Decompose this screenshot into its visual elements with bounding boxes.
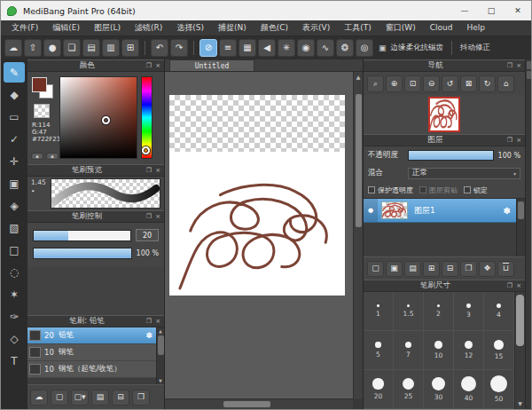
snap-radial-button[interactable]: ✳ xyxy=(278,39,295,57)
magic-wand-tool[interactable]: ✶ xyxy=(4,284,25,304)
layer-opacity-slider[interactable] xyxy=(408,150,494,161)
checkbox[interactable] xyxy=(368,186,375,193)
hue-slider[interactable] xyxy=(141,76,153,159)
scroll-up-icon[interactable]: ▲ xyxy=(356,72,361,82)
canvas-document[interactable] xyxy=(169,95,345,296)
navigator-preview-area[interactable] xyxy=(364,95,525,134)
undo-button[interactable]: ↶ xyxy=(151,39,168,57)
menu-item[interactable]: 工具(T) xyxy=(337,20,379,35)
brush-pencil[interactable]: 20 铅笔 ✽ xyxy=(27,327,156,344)
add-layer-button[interactable]: ▢ xyxy=(367,261,384,277)
foreground-color-swatch[interactable] xyxy=(32,77,47,92)
close-icon[interactable]: × xyxy=(155,318,160,325)
add-halftone-layer-button[interactable]: ▣ xyxy=(386,261,403,277)
menu-item[interactable]: Help xyxy=(459,20,492,35)
brush-size-cell[interactable]: 30 xyxy=(424,370,454,409)
cloud-button[interactable]: ☁ xyxy=(4,39,22,57)
popout-icon[interactable]: ❐ xyxy=(146,62,152,69)
canvas-viewport[interactable]: ▲ xyxy=(165,72,363,409)
navigator-thumbnail[interactable] xyxy=(428,97,460,132)
brush-size-cell[interactable]: 20 xyxy=(364,370,394,409)
minimize-button[interactable]: — xyxy=(451,1,478,20)
popout-icon[interactable]: ❐ xyxy=(507,62,512,69)
duplicate-layer-button[interactable]: ❐ xyxy=(460,261,477,277)
canvas-vertical-scrollbar[interactable]: ▲ xyxy=(353,72,363,398)
zoom-reset-button[interactable]: ⌕ xyxy=(367,75,384,92)
close-icon[interactable]: × xyxy=(155,213,160,220)
menu-item[interactable]: 滤镜(R) xyxy=(128,20,169,35)
select-tool[interactable]: ▣ xyxy=(4,173,25,193)
brush-add-button[interactable]: ▢ xyxy=(51,390,68,406)
snap-grid-button[interactable]: ▦ xyxy=(239,39,256,57)
brush-size-cell[interactable]: 1 xyxy=(364,292,394,331)
close-button[interactable]: ✕ xyxy=(505,1,531,20)
transfer-layer-button[interactable]: ❖ xyxy=(479,261,496,277)
chat-button[interactable]: ❏ xyxy=(63,39,81,57)
swatch-tab-button[interactable]: ▪ xyxy=(46,153,59,160)
brush-list-scrollbar[interactable]: ▲ ▼ xyxy=(156,327,164,384)
layer-1[interactable]: ● 图层1 ✽ xyxy=(364,199,516,223)
close-icon[interactable]: × xyxy=(155,167,160,174)
brush-size-cell[interactable]: 2 xyxy=(424,292,454,331)
brush-duplicate-button[interactable]: ❐ xyxy=(132,390,150,406)
brush-size-cell[interactable]: 12 xyxy=(454,331,484,370)
publish-button[interactable]: ⇧ xyxy=(24,39,42,57)
gear-icon[interactable]: ✽ xyxy=(504,206,511,216)
brush-tool[interactable]: ✎ xyxy=(4,62,25,83)
popout-icon[interactable]: ❐ xyxy=(146,167,152,174)
brush-opacity-slider[interactable] xyxy=(33,248,132,259)
zoom-out-button[interactable]: ⊖ xyxy=(423,75,440,92)
popout-icon[interactable]: ❐ xyxy=(146,318,152,325)
text-tool[interactable]: T xyxy=(4,351,25,371)
scrollbar-thumb[interactable] xyxy=(516,295,524,346)
menu-item[interactable]: Cloud xyxy=(423,20,460,35)
blend-mode-dropdown[interactable]: 正常 ▾ xyxy=(408,168,520,179)
edge-toggle-button[interactable] xyxy=(527,71,531,79)
clipping-checkbox[interactable]: 图层剪贴 xyxy=(419,185,458,195)
add-layer-menu-button[interactable]: ⊞ xyxy=(423,261,440,277)
redo-button[interactable]: ↷ xyxy=(170,39,188,57)
layer-visibility-toggle[interactable]: ● xyxy=(364,199,378,222)
scroll-down-icon[interactable]: ▼ xyxy=(159,377,162,384)
snap-circle-button[interactable]: ◉ xyxy=(297,39,315,57)
brush-add-menu-button[interactable]: ▢▾ xyxy=(71,390,89,406)
brush-size-cell[interactable]: 25 xyxy=(394,370,424,409)
reset-rotation-button[interactable]: ⊠ xyxy=(460,75,477,92)
comment-button[interactable]: ● xyxy=(43,39,61,57)
protect-alpha-checkbox[interactable]: 保护透明度 xyxy=(368,185,413,195)
zoom-in-button[interactable]: ⊕ xyxy=(386,75,403,92)
popout-icon[interactable]: ❐ xyxy=(507,282,512,289)
popout-icon[interactable]: ❐ xyxy=(146,213,152,220)
brush-pen[interactable]: 10 钢笔 ✽ xyxy=(27,344,156,361)
scrollbar-thumb[interactable] xyxy=(356,94,362,227)
brush-edit-button[interactable]: ▤ xyxy=(91,390,109,406)
scroll-down-icon[interactable]: ▼ xyxy=(518,398,522,409)
brush-size-cell[interactable]: 7 xyxy=(394,331,424,370)
snap-off-button[interactable]: ⊘ xyxy=(200,39,217,57)
document-button[interactable]: ▤ xyxy=(82,39,100,57)
checkbox[interactable] xyxy=(464,186,471,193)
fit-screen-button[interactable]: ⊡ xyxy=(404,75,421,92)
brush-size-cell[interactable]: 4 xyxy=(484,292,514,331)
eraser-tool[interactable]: ◆ xyxy=(4,84,25,105)
checkbox[interactable] xyxy=(419,186,426,193)
brush-size-value[interactable]: 20 xyxy=(136,229,159,241)
menu-item[interactable]: 编辑(E) xyxy=(45,20,87,35)
bucket-tool[interactable]: ◈ xyxy=(4,195,25,216)
menu-item[interactable]: 捕捉(N) xyxy=(211,20,254,35)
snap-ellipse-button[interactable]: ❂ xyxy=(336,39,354,57)
brush-pen-inout[interactable]: 10 钢笔（起笔/收笔） ✽ xyxy=(27,361,156,378)
transparent-color-swatch[interactable] xyxy=(34,104,50,118)
maximize-button[interactable]: □ xyxy=(478,1,505,20)
layer-list-scrollbar[interactable] xyxy=(516,199,525,256)
add-folder-button[interactable]: ⊟ xyxy=(442,261,458,277)
close-icon[interactable]: × xyxy=(516,137,521,144)
menu-item[interactable]: 窗口(W) xyxy=(379,20,423,35)
brush-cloud-button[interactable]: ☁ xyxy=(30,390,48,406)
gradient-tool[interactable]: ▧ xyxy=(4,217,25,238)
close-icon[interactable]: × xyxy=(516,62,521,69)
snap-concentric-button[interactable]: ◎ xyxy=(356,39,373,57)
brush-size-cell[interactable]: 40 xyxy=(454,370,484,409)
delete-layer-button[interactable]: ⊔ xyxy=(497,261,514,277)
scrollbar-thumb[interactable] xyxy=(223,401,270,407)
